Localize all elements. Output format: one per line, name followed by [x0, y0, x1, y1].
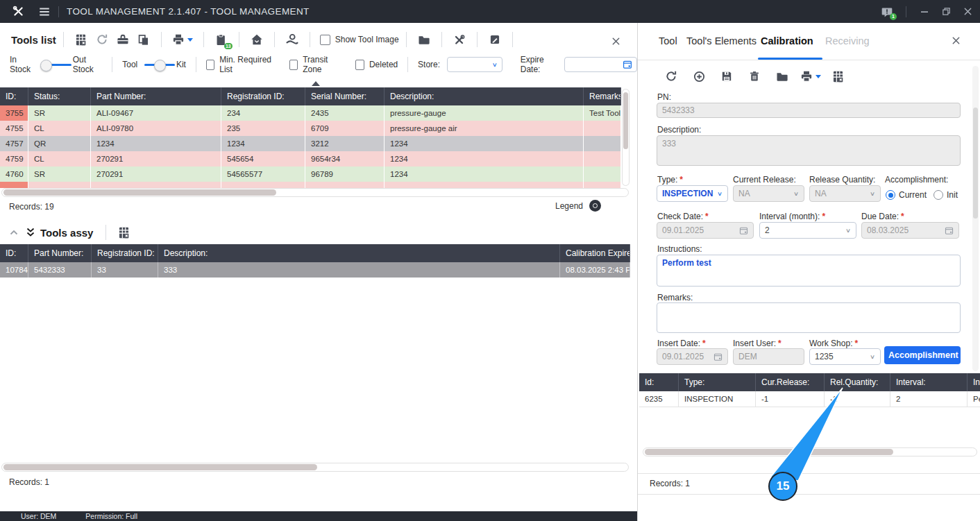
- cell-id: 4755: [0, 121, 28, 136]
- insert-date-field: 09.01.2025: [657, 348, 728, 365]
- panel-vertical-scrollbar[interactable]: [972, 66, 979, 371]
- table-row[interactable]: 4759 CL 270291 545654 9654r34 1234: [0, 151, 621, 166]
- calibration-table-horizontal-scrollbar[interactable]: [643, 447, 977, 456]
- radio-init[interactable]: [933, 190, 943, 200]
- col-header-serial-number[interactable]: Serial Number:: [305, 87, 385, 105]
- minimize-button[interactable]: [919, 6, 930, 17]
- check-date-label: Check Date:*: [657, 212, 709, 221]
- collapse-splitter-handle[interactable]: [312, 81, 320, 86]
- col-header-instructions[interactable]: In: [968, 373, 980, 391]
- collapse-up-icon[interactable]: [8, 227, 19, 238]
- tab-receiving[interactable]: Receiving: [825, 35, 870, 46]
- print-dropdown-caret-icon[interactable]: [816, 75, 821, 78]
- assy-export-excel-button[interactable]: [113, 223, 134, 241]
- col-header-status[interactable]: Status:: [28, 87, 91, 105]
- table-row[interactable]: 3755 SR ALI-09467 234 2435 pressure-gaug…: [0, 105, 621, 121]
- table-row[interactable]: 4755 CL ALI-09780 235 6709 pressure-gaug…: [0, 121, 621, 136]
- panel-folder-button[interactable]: [768, 67, 796, 85]
- export-excel-button[interactable]: [71, 31, 92, 49]
- required-mark: *: [679, 175, 683, 185]
- description-label: Description:: [657, 125, 701, 135]
- notifications-icon[interactable]: 1: [881, 6, 893, 18]
- deleted-checkbox[interactable]: [355, 60, 364, 70]
- col-header-part-number[interactable]: Part Number:: [91, 87, 221, 105]
- panel-refresh-button[interactable]: [657, 67, 685, 85]
- col-header-registration-id[interactable]: Registration ID:: [92, 244, 158, 262]
- type-select[interactable]: INSPECTION∨: [657, 185, 728, 202]
- expand-double-down-icon[interactable]: [25, 227, 36, 238]
- calendar-icon[interactable]: [623, 60, 632, 69]
- col-header-interval[interactable]: Interval:: [890, 373, 968, 391]
- col-header-description[interactable]: Description:: [158, 244, 560, 262]
- paste-clipboard-button[interactable]: 13: [211, 31, 232, 49]
- title-bar: TOOL MANAGEMENT 2.1.407 - TOOL MANAGEMEN…: [0, 0, 980, 23]
- close-button[interactable]: [963, 6, 973, 17]
- panel-add-button[interactable]: [685, 67, 713, 85]
- col-header-rel-quantity[interactable]: Rel.Quantity:: [825, 373, 890, 391]
- store-select[interactable]: ∨: [447, 57, 502, 72]
- status-user: User: DEM: [21, 512, 56, 520]
- panel-print-button[interactable]: [796, 67, 824, 85]
- table-row[interactable]: 6235 INSPECTION -1 -1 2 Pe: [639, 391, 980, 407]
- print-button[interactable]: [169, 31, 196, 49]
- work-shop-select[interactable]: 1235∨: [809, 348, 881, 365]
- transit-zone-checkbox[interactable]: [289, 60, 298, 70]
- tools-assy-horizontal-scrollbar[interactable]: [1, 463, 629, 472]
- table-row-clipped[interactable]: [0, 182, 621, 188]
- folder-button[interactable]: [414, 31, 434, 49]
- instructions-field[interactable]: Perform test: [657, 255, 961, 287]
- col-header-id[interactable]: ID:: [0, 244, 28, 262]
- edit-button[interactable]: [484, 31, 505, 49]
- interval-select[interactable]: 2∨: [759, 222, 856, 239]
- col-header-remarks[interactable]: Remarks:: [584, 87, 621, 105]
- table-row[interactable]: 4760 SR 270291 54565577 96789 1234: [0, 166, 621, 182]
- remarks-field[interactable]: [657, 302, 961, 333]
- cell-remarks: [584, 151, 621, 166]
- col-header-cur-release[interactable]: Cur.Release:: [756, 373, 825, 391]
- print-dropdown-caret-icon[interactable]: [187, 38, 193, 42]
- stock-toggle[interactable]: [41, 60, 66, 69]
- current-release-select: NA∨: [733, 185, 804, 202]
- divider: [58, 6, 59, 17]
- col-header-description[interactable]: Description:: [385, 87, 584, 105]
- panel-save-button[interactable]: [713, 67, 741, 85]
- tools-table-vertical-scrollbar[interactable]: [622, 89, 630, 186]
- radio-current[interactable]: [886, 190, 895, 200]
- col-header-id[interactable]: Id:: [639, 373, 679, 391]
- min-required-checkbox[interactable]: [206, 60, 215, 70]
- restore-button[interactable]: [941, 6, 952, 17]
- tools-table-horizontal-scrollbar[interactable]: [1, 188, 629, 197]
- tab-tools-elements[interactable]: Tool's Elements: [686, 35, 757, 46]
- calendar-icon: [713, 352, 723, 361]
- hand-tools-button[interactable]: [449, 31, 470, 49]
- home-store-button[interactable]: [246, 31, 267, 49]
- refresh-button[interactable]: [92, 31, 112, 49]
- tab-calibration[interactable]: Calibration: [761, 35, 813, 46]
- chevron-down-icon: ∨: [793, 190, 799, 197]
- panel-close-button[interactable]: [951, 35, 961, 46]
- supply-button[interactable]: [282, 31, 303, 49]
- panel-export-excel-button[interactable]: [824, 67, 852, 85]
- col-header-registration-id[interactable]: Registration ID:: [221, 87, 305, 105]
- table-row[interactable]: 4757 QR 1234 1234 3212 1234: [0, 136, 621, 151]
- show-tool-image-checkbox[interactable]: [320, 35, 330, 45]
- hamburger-menu-icon[interactable]: [38, 6, 51, 18]
- table-row-selected[interactable]: 10784 5432333 33 333 08.03.2025 2:43 PM: [0, 262, 630, 277]
- col-header-part-number[interactable]: Part Number:: [28, 244, 92, 262]
- tool-kit-toggle[interactable]: [144, 60, 169, 69]
- active-tab-underline: [758, 58, 822, 60]
- calibration-table: Id: Type: Cur.Release: Rel.Quantity: Int…: [639, 373, 980, 407]
- expire-date-input[interactable]: [564, 57, 637, 72]
- panel-delete-button[interactable]: [741, 67, 768, 85]
- cell-id: 6235: [639, 391, 679, 407]
- toolbox-button[interactable]: [112, 31, 133, 49]
- legend-icon[interactable]: [589, 200, 601, 212]
- copy-move-button[interactable]: [133, 31, 154, 49]
- accomplishment-button[interactable]: Accomplishment: [884, 346, 961, 364]
- col-header-type[interactable]: Type:: [679, 373, 756, 391]
- cell-desc: [385, 182, 584, 188]
- cell-reg: 1234: [221, 136, 305, 151]
- col-header-calibration-expire[interactable]: Calibration Expire Da: [560, 244, 630, 262]
- tab-tool[interactable]: Tool: [659, 35, 677, 46]
- col-header-id[interactable]: ID:: [0, 87, 28, 105]
